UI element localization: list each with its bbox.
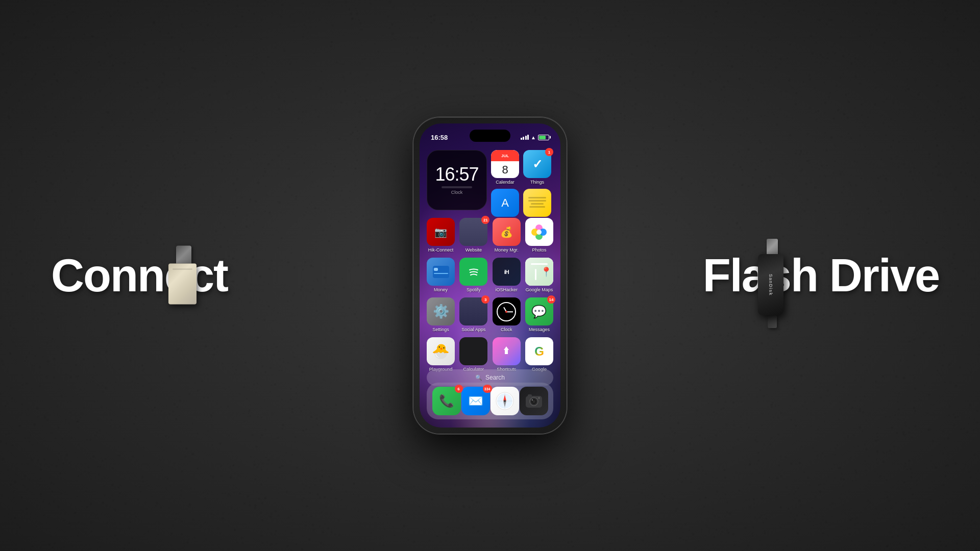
photos-flower-svg — [529, 222, 549, 242]
sandisk-body: SanDisk — [758, 254, 783, 315]
app-icon-wrap-messages: 💬 14 Messages — [525, 297, 553, 332]
things-badge: 1 — [545, 148, 553, 156]
calendar-date: 8 — [502, 161, 508, 178]
app-icon-wrap-google: G Google — [525, 337, 553, 372]
dynamic-island — [470, 130, 510, 142]
app-icon-wrap-money: Money — [427, 258, 455, 292]
app-label-clock: Clock — [501, 327, 512, 332]
app-icon-settings[interactable]: ⚙️ — [427, 297, 455, 325]
app-label-website: Website — [465, 247, 482, 253]
google-letter: G — [534, 344, 544, 359]
website-badge: 21 — [481, 216, 489, 224]
signal-bars-icon — [521, 135, 529, 140]
search-bar-text: Search — [485, 374, 505, 381]
wifi-icon: ▲ — [531, 135, 536, 140]
app-icon-wrap-hikconnect: 📷 Hik-Connect — [427, 218, 455, 253]
app-icon-wrap-calendar: JUL 8 Calendar — [491, 150, 519, 185]
app-label-moneymgr: Money Mgr. — [495, 247, 519, 253]
apps-row-5: ⚙️ Settings 3 — [427, 297, 553, 332]
app-icon-wrap-spotify: Spotify — [459, 258, 487, 292]
app-icon-clock[interactable] — [493, 297, 521, 325]
app-icon-shortcuts[interactable] — [493, 337, 521, 365]
app-icon-wrap-clock: Clock — [493, 297, 521, 332]
app-icon-ioshacker[interactable]: iH — [493, 258, 521, 286]
clock-face — [497, 302, 516, 321]
safari-compass-svg — [495, 391, 514, 411]
app-icon-wrap-socialapps: 3 Social Apps — [459, 297, 487, 332]
moneymgr-symbol: 💰 — [500, 226, 513, 238]
messages-bubble-icon: 💬 — [531, 305, 547, 319]
dock-phone-badge: 6 — [455, 385, 463, 393]
dock-app-phone[interactable]: 📞 6 — [432, 387, 461, 415]
iphone-screen: 16:58 ▲ 16:57 — [420, 123, 560, 428]
app-label-socialapps: Social Apps — [461, 327, 485, 332]
app-icon-spotify[interactable] — [459, 258, 487, 286]
apps-row-3: 📷 Hik-Connect — [427, 218, 553, 253]
svg-rect-5 — [433, 266, 449, 278]
app-label-things: Things — [530, 180, 544, 185]
sandisk-connector — [767, 239, 778, 254]
search-icon: 🔍 — [475, 374, 482, 381]
clock-widget-label: Clock — [451, 190, 463, 195]
sandisk-clip — [768, 315, 777, 328]
calendar-header: JUL — [491, 150, 519, 161]
status-icons: ▲ — [521, 135, 549, 140]
app-icon-wrap-settings: ⚙️ Settings — [427, 297, 455, 332]
app-label-money: Money — [434, 287, 448, 292]
app-icon-calculator[interactable] — [459, 337, 487, 365]
messages-badge: 14 — [547, 295, 555, 304]
widget-row: 16:57 Clock JUL 8 — [427, 150, 553, 223]
app-icon-calendar[interactable]: JUL 8 — [491, 150, 519, 178]
dock-mail-badge: 334 — [483, 385, 492, 393]
dock-app-camera[interactable] — [520, 387, 548, 415]
app-icon-things[interactable]: ✓ 1 — [523, 150, 551, 178]
app-icon-socialapps[interactable]: 3 — [459, 297, 487, 325]
dock-app-safari[interactable] — [491, 387, 519, 415]
usb-connector-top — [176, 246, 191, 264]
dock-phone-icon: 📞 — [439, 394, 454, 408]
appstore-icon-symbol: A — [501, 196, 509, 210]
dock-app-mail[interactable]: ✉️ 334 — [461, 387, 490, 415]
shortcuts-svg — [499, 344, 514, 359]
app-icon-wrap-things: ✓ 1 Things — [523, 150, 551, 185]
app-icon-playground[interactable]: 🐣 — [427, 337, 455, 365]
spotify-svg — [465, 264, 482, 280]
app-icon-money[interactable] — [427, 258, 455, 286]
app-icon-googlemaps[interactable]: 📍 — [525, 258, 553, 286]
status-time: 16:58 — [431, 134, 448, 141]
svg-rect-6 — [434, 268, 438, 271]
app-icon-notes[interactable] — [523, 189, 551, 217]
clock-widget-dots — [442, 186, 472, 188]
settings-gear-icon: ⚙️ — [433, 304, 449, 319]
clock-widget[interactable]: 16:57 Clock — [427, 150, 487, 210]
app-label-photos: Photos — [532, 247, 546, 253]
app-icon-messages[interactable]: 💬 14 — [525, 297, 553, 325]
clock-widget-time: 16:57 — [435, 165, 478, 184]
dock-mail-icon: ✉️ — [468, 394, 483, 408]
app-icon-website[interactable]: 21 — [459, 218, 487, 246]
svg-point-22 — [538, 397, 540, 399]
sandisk-usb: SanDisk — [758, 239, 786, 320]
app-label-settings: Settings — [432, 327, 449, 332]
app-label-spotify: Spotify — [467, 287, 481, 292]
sandisk-label: SanDisk — [768, 274, 773, 296]
app-icon-wrap-playground: 🐣 Playground — [427, 337, 455, 372]
app-icon-moneymgr[interactable]: 💰 — [493, 218, 521, 246]
things-checkmark: ✓ — [532, 157, 543, 171]
connect-text: Connect — [51, 249, 228, 302]
svg-point-20 — [532, 400, 535, 403]
app-label-messages: Messages — [529, 327, 550, 332]
flash-drive-text: Flash Drive — [703, 249, 939, 302]
app-icon-appstore[interactable]: A — [491, 189, 519, 217]
app-icon-hikconnect[interactable]: 📷 — [427, 218, 455, 246]
app-icon-photos[interactable] — [525, 218, 553, 246]
app-label-ioshacker: iOSHacker — [495, 287, 518, 292]
app-icon-wrap-calculator: Calculator — [459, 337, 487, 372]
app-icon-google[interactable]: G — [525, 337, 553, 365]
apps-row-6: 🐣 Playground — [427, 337, 553, 372]
svg-rect-7 — [434, 273, 448, 274]
app-label-googlemaps: Google Maps — [526, 287, 553, 292]
apps-row-4: Money — [427, 258, 553, 292]
app-icon-wrap-ioshacker: iH iOSHacker — [493, 258, 521, 292]
svg-point-15 — [504, 400, 506, 402]
